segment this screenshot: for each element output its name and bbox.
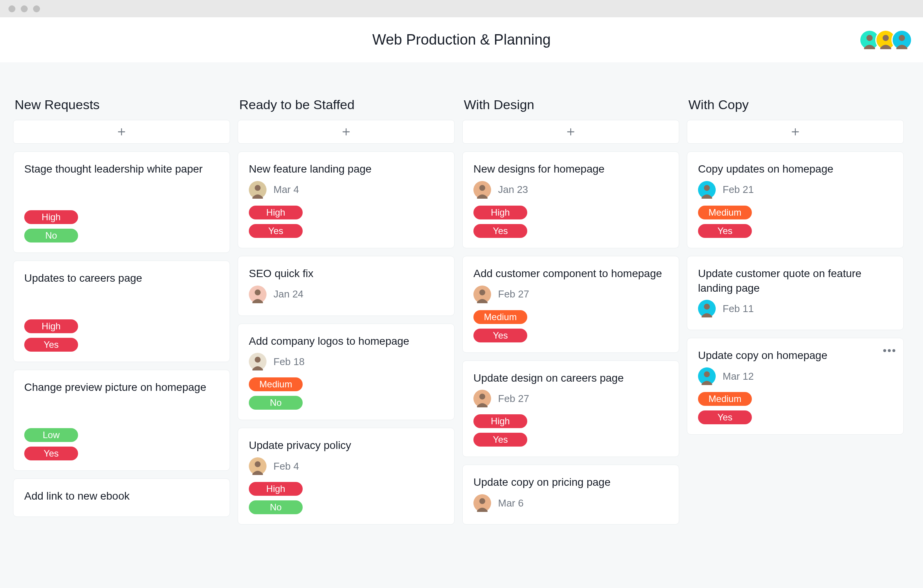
tag-pill[interactable]: High: [473, 414, 527, 428]
tag-pill[interactable]: Yes: [698, 410, 752, 424]
tag-pill[interactable]: High: [249, 206, 303, 219]
collaborators[interactable]: [864, 30, 912, 50]
tag-pill[interactable]: Low: [24, 428, 78, 442]
assignee-avatar[interactable]: [473, 494, 491, 512]
card-meta: Mar 4: [249, 181, 443, 199]
tag-pill[interactable]: Yes: [24, 338, 78, 352]
card-title: Stage thought leadership white paper: [24, 162, 219, 176]
assignee-avatar[interactable]: [249, 286, 267, 303]
plus-icon: [116, 126, 127, 137]
add-card-button[interactable]: [13, 120, 230, 144]
card-title: Change preview picture on homepage: [24, 380, 219, 395]
svg-point-13: [255, 289, 260, 295]
tag-pill[interactable]: No: [249, 396, 303, 410]
window-dot: [33, 5, 40, 12]
tag-pill[interactable]: High: [24, 319, 78, 333]
card-title: Add link to new ebook: [24, 489, 219, 503]
plus-icon: [341, 126, 352, 137]
assignee-avatar[interactable]: [473, 181, 491, 199]
task-card[interactable]: Update customer quote on feature landing…: [687, 256, 904, 331]
task-card[interactable]: Add customer component to homepageFeb 27…: [462, 256, 679, 353]
tag-pill[interactable]: Medium: [698, 206, 752, 219]
tag-pill[interactable]: High: [473, 206, 527, 219]
add-card-button[interactable]: [238, 120, 455, 144]
tag-list: HighNo: [24, 210, 219, 243]
task-card[interactable]: Add company logos to homepageFeb 18Mediu…: [238, 324, 455, 420]
tag-pill[interactable]: Medium: [473, 310, 527, 324]
svg-point-25: [479, 394, 485, 400]
tag-pill[interactable]: Medium: [249, 377, 303, 391]
svg-point-3: [883, 35, 889, 41]
tag-list: MediumYes: [473, 310, 668, 342]
column-title: Ready to be Staffed: [238, 97, 455, 112]
card-meta: Feb 27: [473, 286, 668, 303]
column-title: With Copy: [687, 97, 904, 112]
task-card[interactable]: Stage thought leadership white paperHigh…: [13, 151, 230, 253]
card-meta: Jan 24: [249, 286, 443, 303]
tag-list: MediumNo: [249, 377, 443, 410]
card-meta: Jan 23: [473, 181, 668, 199]
svg-point-27: [479, 498, 485, 504]
tag-pill[interactable]: High: [24, 210, 78, 224]
due-date: Feb 27: [498, 288, 529, 300]
tag-pill[interactable]: No: [249, 500, 303, 514]
board-column: Ready to be StaffedNew feature landing p…: [238, 97, 455, 532]
header: Web Production & Planning: [0, 17, 923, 63]
assignee-avatar[interactable]: [473, 286, 491, 303]
task-card[interactable]: Update copy on homepage•••Mar 12MediumYe…: [687, 338, 904, 435]
tag-pill[interactable]: High: [249, 482, 303, 496]
task-card[interactable]: Update copy on pricing pageMar 6: [462, 465, 679, 525]
tag-list: HighNo: [249, 482, 443, 514]
task-card[interactable]: Update design on careers pageFeb 27HighY…: [462, 360, 679, 457]
assignee-avatar[interactable]: [473, 390, 491, 407]
tag-list: MediumYes: [698, 206, 893, 238]
assignee-avatar[interactable]: [698, 300, 716, 317]
due-date: Feb 21: [723, 184, 754, 196]
svg-point-1: [866, 35, 873, 41]
collaborator-avatar[interactable]: [891, 30, 912, 50]
card-title: Update design on careers page: [473, 371, 668, 385]
svg-point-31: [704, 185, 710, 191]
task-card[interactable]: Copy updates on homepageFeb 21MediumYes: [687, 151, 904, 248]
task-card[interactable]: Add link to new ebook: [13, 478, 230, 517]
svg-point-15: [255, 357, 260, 363]
card-meta: Feb 27: [473, 390, 668, 407]
tag-pill[interactable]: Medium: [698, 392, 752, 406]
task-card[interactable]: New feature landing pageMar 4HighYes: [238, 151, 455, 248]
svg-point-21: [479, 185, 485, 191]
add-card-button[interactable]: [687, 120, 904, 144]
assignee-avatar[interactable]: [249, 353, 267, 370]
assignee-avatar[interactable]: [249, 181, 267, 199]
task-card[interactable]: SEO quick fixJan 24: [238, 256, 455, 316]
tag-list: HighYes: [473, 414, 668, 447]
card-title: SEO quick fix: [249, 266, 443, 281]
card-meta: Feb 4: [249, 457, 443, 475]
tag-pill[interactable]: Yes: [249, 224, 303, 238]
task-card[interactable]: Updates to careers pageHighYes: [13, 261, 230, 362]
tag-pill[interactable]: Yes: [473, 433, 527, 447]
tag-pill[interactable]: Yes: [698, 224, 752, 238]
card-meta: Mar 6: [473, 494, 668, 512]
tag-pill[interactable]: Yes: [24, 447, 78, 460]
task-card[interactable]: Update privacy policyFeb 4HighNo: [238, 428, 455, 525]
card-meta: Mar 12: [698, 367, 893, 385]
add-card-button[interactable]: [462, 120, 679, 144]
tag-list: HighYes: [473, 206, 668, 238]
card-menu-button[interactable]: •••: [883, 344, 896, 357]
assignee-avatar[interactable]: [698, 367, 716, 385]
column-title: New Requests: [13, 97, 230, 112]
assignee-avatar[interactable]: [698, 181, 716, 199]
tag-pill[interactable]: Yes: [473, 224, 527, 238]
plus-icon: [790, 126, 801, 137]
empty-assignee: [24, 179, 219, 203]
assignee-avatar[interactable]: [249, 457, 267, 475]
svg-point-23: [479, 289, 485, 295]
tag-list: HighYes: [249, 206, 443, 238]
task-card[interactable]: Change preview picture on homepageLowYes: [13, 370, 230, 471]
tag-pill[interactable]: No: [24, 229, 78, 243]
card-title: Add customer component to homepage: [473, 266, 668, 281]
empty-assignee: [24, 289, 219, 312]
card-title: New designs for homepage: [473, 162, 668, 176]
tag-pill[interactable]: Yes: [473, 329, 527, 342]
task-card[interactable]: New designs for homepageJan 23HighYes: [462, 151, 679, 248]
